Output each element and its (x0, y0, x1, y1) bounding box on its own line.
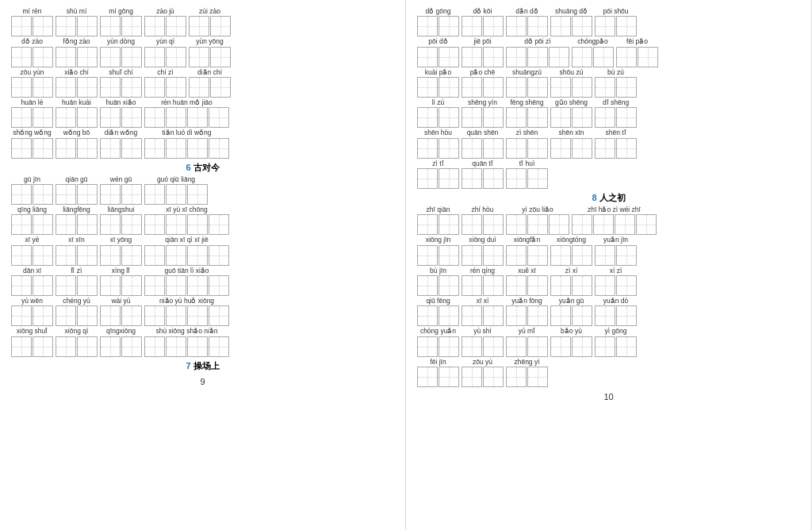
row-8: xī yè xī xīn xī yōng qiān xī qì xī jiē (11, 236, 394, 265)
p10-row-6: zì tǐ quān tǐ tǐ huì (417, 160, 800, 189)
row-9: dān xī lǐ zì xíng lǐ guō tiān lì xiǎo (11, 267, 394, 296)
row-2: dǒ zào fǒng zào yùn dòng yùn qì yùn yōng (11, 38, 394, 67)
row-7: qīng liāng liāngfēng liāngshui xī yù xī … (11, 206, 394, 235)
row-11: xiōng shuǐ xiōng qì qīngxiōng shù xiōng … (11, 328, 394, 356)
page-10: dǒ gōng dǒ kōi dǎn dǒ shuāng dǒ pōi shōu… (406, 0, 812, 530)
page-9: mí rén shù mí mí gōng zào jù zùi zào dǒ … (0, 0, 406, 530)
section-6-title: 6 古对今 (11, 162, 394, 174)
p10-row-5: shēn hòu quān shēn zì shēn shēn xīn shēn… (417, 129, 800, 158)
row-6: gū jīn qiān gū wén gū guó qiū liāng (11, 176, 394, 205)
row-10: yù wēn chéng yù wài yù niǎo yù huǒ xiōng (11, 298, 394, 326)
row-4: huān lè huān kuài huān xiǎo rén huān mǒ … (11, 99, 394, 128)
p10-row-8: xiōng jīn xiōng duì xiōngfǎn xiōngtóng y… (417, 236, 800, 265)
p10-row-4: lì zú shēng yín fēng shēng gǔo shēng dǐ … (417, 99, 800, 128)
p10-row-3: kuài pǎo pǎo chē shuāngzú shōu zú bù zú (417, 69, 800, 98)
cell-zui-zao: zùi zào (189, 8, 231, 36)
p10-row-2: pōi dǒ jiē pōi dǒ pōi zì chóngpǎo fēi pǎ… (417, 38, 800, 67)
p10-row-9: bù jīn rén qíng xuě xī zì xí xí zì (417, 267, 800, 296)
p10-row-1: dǒ gōng dǒ kōi dǎn dǒ shuāng dǒ pōi shōu (417, 8, 800, 36)
cell-zao-ju: zào jù (144, 8, 186, 36)
cell-shu-mi: shù mí (56, 8, 98, 36)
p10-row-10: qiū fēng xī xí yuǎn fōng yuǎn gū yuǎn dò (417, 298, 800, 326)
p10-row-11: chóng yuǎn yù shí yù mǐ bǎo yù yì gōng (417, 328, 800, 356)
row-3: zōu yùn xiǎo chí shuǐ chí chí zì diǎn ch… (11, 69, 394, 98)
page-number-9: 9 (11, 377, 394, 386)
page-number-10: 10 (417, 392, 800, 401)
section-8-title: 8 人之初 (417, 192, 800, 204)
section-7-title: 7 操场上 (11, 360, 394, 372)
p10-row-7: zhī qiān zhí hòu yì zōu liǎo zhī hǎo zì … (417, 206, 800, 235)
cell-mi-ren: mí rén (11, 8, 53, 36)
row-5: shǒng wǒng wǒng bō diǎn wǒng tiǎn luó dì… (11, 129, 394, 158)
row-1: mí rén shù mí mí gōng zào jù zùi zào (11, 8, 394, 36)
cell-mi-gong: mí gōng (100, 8, 142, 36)
p10-row-12: fēi jīn zōu yù zhēng yì (417, 359, 800, 387)
